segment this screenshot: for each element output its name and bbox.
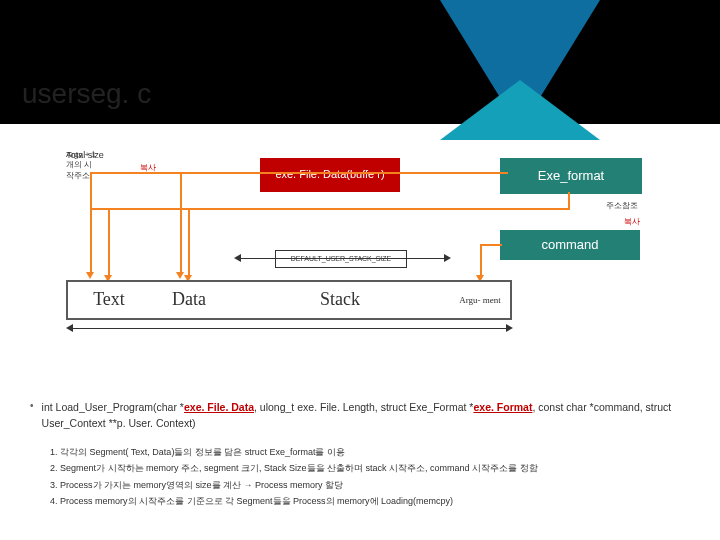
segment-text: Text bbox=[66, 280, 152, 320]
step-3: Process가 가지는 memory영역의 size를 계산 → Proces… bbox=[60, 479, 690, 492]
bullet-mark-icon: • bbox=[30, 400, 42, 411]
slide-root: userseg. c Argv + 1 개의 시작주소 복사 exe. File… bbox=[0, 0, 720, 540]
command-box: command bbox=[500, 230, 640, 260]
arrow-down-to-text-head bbox=[86, 272, 94, 279]
arrow-addrref-to-text bbox=[108, 208, 110, 278]
exe-format-box: Exe_format bbox=[500, 158, 642, 194]
arrow-addrref-drop bbox=[568, 192, 570, 210]
total-size-span-left bbox=[66, 324, 73, 332]
arrow-addrref-to-data bbox=[188, 208, 190, 278]
exe-file-data-box: exe. File. Data(buffe r) bbox=[260, 158, 400, 192]
arrow-down-to-text bbox=[90, 174, 92, 274]
sig-part-1: int Load_User_Program(char * bbox=[42, 401, 184, 413]
step-2: Segment가 시작하는 memory 주소, segment 크기, Sta… bbox=[60, 462, 690, 475]
segment-data: Data bbox=[148, 280, 232, 320]
step-list: 각각의 Segment( Text, Data)들의 정보를 담은 struct… bbox=[60, 446, 690, 508]
memory-diagram: Argv + 1 개의 시작주소 복사 exe. File. Data(buff… bbox=[30, 150, 690, 380]
step-4: Process memory의 시작주소를 기준으로 각 Segment들을 P… bbox=[60, 495, 690, 508]
step-1: 각각의 Segment( Text, Data)들의 정보를 담은 struct… bbox=[60, 446, 690, 459]
arrow-cmd-h bbox=[480, 244, 502, 246]
function-signature: int Load_User_Program(char *exe. File. D… bbox=[42, 400, 690, 432]
sig-arg-exeformat: exe. Format bbox=[473, 401, 532, 413]
stack-size-span-right bbox=[444, 254, 451, 262]
total-size-span bbox=[70, 328, 510, 330]
total-size-span-right bbox=[506, 324, 513, 332]
header-decorative-wedge bbox=[440, 0, 600, 130]
signature-bullet: • int Load_User_Program(char *exe. File.… bbox=[30, 400, 690, 440]
top-black-bar bbox=[0, 0, 720, 70]
arrow-addrref-h bbox=[90, 208, 568, 210]
arrow-exe-to-segments-h bbox=[90, 172, 508, 174]
code-description: • int Load_User_Program(char *exe. File.… bbox=[30, 400, 690, 512]
segment-argument: Argu- ment bbox=[450, 280, 512, 320]
arrow-cmd-to-arg bbox=[480, 244, 482, 278]
arrow-down-to-data bbox=[180, 174, 182, 274]
segment-stack: Stack bbox=[230, 280, 452, 320]
stack-size-span bbox=[238, 258, 448, 260]
arrow-down-to-data-head bbox=[176, 272, 184, 279]
stack-size-span-left bbox=[234, 254, 241, 262]
page-title: userseg. c bbox=[22, 78, 151, 110]
sig-part-2: , ulong_t exe. File. Length, struct Exe_… bbox=[254, 401, 473, 413]
copy-label-2: 복사 bbox=[590, 216, 640, 227]
sig-arg-exefiledata: exe. File. Data bbox=[184, 401, 254, 413]
